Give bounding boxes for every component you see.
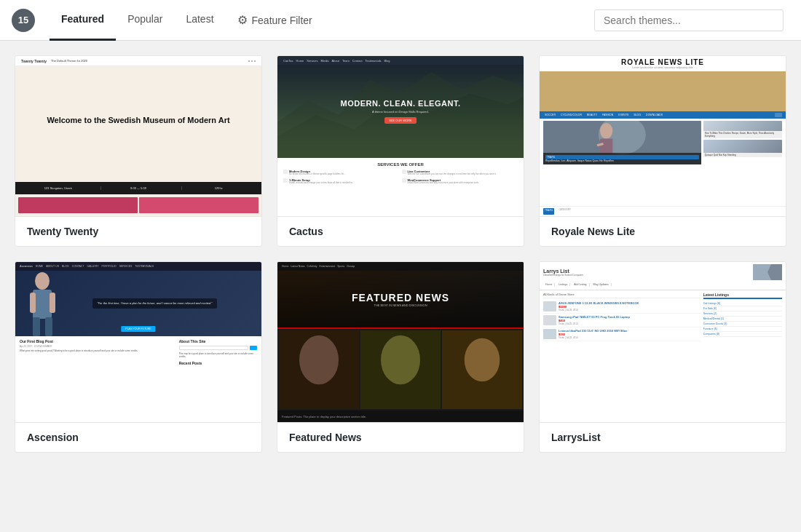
tab-popular[interactable]: Popular — [116, 0, 174, 41]
theme-screenshot-twenty-twenty: Twenty Twenty The Default Theme for 2020… — [15, 56, 261, 216]
svg-rect-13 — [600, 139, 612, 155]
theme-browser-header: 15 Featured Popular Latest ⚙ Feature Fil… — [0, 0, 801, 41]
theme-name-twenty-twenty: Twenty Twenty — [15, 216, 261, 246]
svg-point-26 — [465, 338, 500, 381]
theme-card-royale-news-lite[interactable]: ROYALE NEWS LITE Lorem ipsum dolor sit a… — [539, 55, 786, 247]
mock-nav-item: EVENTS — [617, 114, 630, 116]
mock-service-item: 1-Minute Setup Install, activate and cha… — [283, 178, 400, 185]
svg-rect-20 — [45, 317, 52, 336]
theme-card-twenty-twenty[interactable]: Twenty Twenty The Default Theme for 2020… — [15, 55, 262, 247]
themes-grid: Twenty Twenty The Default Theme for 2020… — [0, 41, 801, 467]
mock-sidebar-text: How To Make This Chicken Recipe, Easier,… — [703, 131, 782, 138]
svg-rect-18 — [50, 293, 55, 313]
mock-nav-item: Home — [543, 283, 555, 286]
mock-listing: Lenovo IdeaPad 310 15.6' NO UHD 2016 WIF… — [543, 327, 701, 341]
mock-sidebar-item: How To Make This Chicken Recipe, Easier,… — [703, 121, 782, 138]
mock-service-item: Live Customizer With the live customizer… — [402, 170, 518, 176]
mock-category-label: CATEGORY — [559, 208, 571, 215]
theme-card-featured-news[interactable]: Home Latest News Celebrity Entertainment… — [277, 261, 524, 453]
mock-nav-item: Add Listing — [572, 283, 589, 286]
mock-sidebar-item: Consumer Goods (3) — [703, 322, 782, 327]
theme-screenshot-cactus: CanTas Home Services Media About Team Co… — [277, 56, 524, 216]
mock-search — [775, 113, 782, 117]
theme-name-featured-news: Featured News — [277, 422, 524, 452]
mock-nav-item: Latest News — [291, 265, 304, 268]
mock-nav-item: BLOG — [62, 265, 69, 268]
mock-hero-subtitle: THE BEST IN NEWS AND DISCUSSION — [374, 303, 427, 307]
mock-nav-item: About — [331, 59, 339, 63]
svg-rect-9 — [762, 87, 770, 111]
mock-nav-item: Contact — [352, 59, 363, 63]
search-wrapper — [594, 9, 789, 31]
mock-nav-logo: Ascension — [20, 265, 33, 268]
mock-nav-logo: CanTas — [283, 59, 293, 63]
mock-nav-item: GALLERY — [87, 265, 98, 268]
tab-latest[interactable]: Latest — [174, 0, 225, 41]
mock-listing: Samsung iPad TABLET 65 PC Frog Track 65 … — [543, 314, 701, 327]
mock-sidebar-item: Quisque Quid Nisi Kep Standing — [703, 140, 782, 157]
tab-featured[interactable]: Featured — [50, 0, 116, 41]
svg-rect-19 — [33, 317, 40, 336]
mock-sidebar-item: For Sale (6) — [703, 306, 782, 311]
mock-nav-item: ABOUT US — [46, 265, 59, 268]
mock-hours: 9:00 — 5:00 — [100, 186, 175, 190]
mock-news-item: DON'T CALL DEMI A BAD GIRL — SHE'S JUST … — [279, 330, 359, 409]
theme-card-larrys-list[interactable]: Larrys List Classified Listings for Sunb… — [539, 261, 786, 453]
mock-nav-item: Team — [342, 59, 350, 63]
mock-listing-meta: Texas | Jul 25, 2014 — [559, 322, 701, 325]
mock-nav-item: CYCLING/COLOR — [559, 114, 583, 116]
mock-service-desc: Install, activate and change your colors… — [289, 182, 354, 185]
feature-filter-label: Feature Filter — [252, 15, 312, 26]
svg-point-12 — [600, 123, 612, 139]
mock-category-tag: TRAVEL — [543, 208, 554, 215]
mock-post-text: What goes into writing good posts? Wanti… — [20, 349, 176, 352]
mock-site-title: ROYALE NEWS LITE — [621, 58, 704, 66]
feature-filter-button[interactable]: ⚙ Feature Filter — [226, 0, 324, 41]
mock-search-box — [179, 346, 248, 350]
gear-icon: ⚙ — [237, 13, 248, 27]
mock-hero-btn: SEE OUR WORK — [384, 117, 417, 124]
svg-rect-4 — [689, 71, 786, 111]
mock-hero-btn: PLAN YOUR FUTURE — [121, 326, 155, 332]
mock-address: 123 Storgatan, Umeå — [21, 186, 95, 190]
mock-listing-meta: Texas | Jul 22, 2014 — [559, 336, 701, 339]
svg-rect-8 — [747, 84, 760, 111]
svg-rect-7 — [726, 79, 745, 111]
mock-post-meta: Apr 24, 2017 · LOVE A SUMMER — [20, 345, 176, 348]
mock-quote: "For the first time, I have a plan for t… — [92, 298, 216, 309]
mock-sidebar-item: Medical/Dental (1) — [703, 317, 782, 322]
mock-nav-item: Home — [282, 265, 288, 268]
theme-name-larrys-list: LarrysList — [540, 422, 786, 452]
mock-nav-item: Blog — [384, 59, 390, 63]
mock-price: 129 kr — [181, 186, 256, 190]
mock-sidebar-title: Latest Listings — [703, 293, 782, 299]
mock-nav-item: BEAUTY — [585, 114, 599, 116]
mock-nav-item: CONTACT — [72, 265, 84, 268]
mock-service-desc: No theme shortcodes or theme specific pa… — [289, 173, 346, 176]
theme-screenshot-ascension: Ascension HOME ABOUT US BLOG CONTACT GAL… — [15, 262, 261, 422]
mock-search-btn — [250, 346, 257, 350]
mock-nav-item: PORTFOLIO — [102, 265, 117, 268]
svg-rect-17 — [30, 293, 36, 313]
theme-screenshot-royale: ROYALE NEWS LITE Lorem ipsum dolor sit a… — [540, 56, 786, 216]
mock-listing-meta: Texas | Jul 28, 2014 — [559, 309, 701, 311]
mock-nav-item: Home — [296, 59, 304, 63]
mock-sidebar-item: Services (2) — [703, 311, 782, 317]
mock-sidebar-item: Cat Listings (8) — [703, 301, 782, 306]
theme-card-cactus[interactable]: CanTas Home Services Media About Team Co… — [277, 55, 524, 247]
theme-screenshot-larrys-list: Larrys List Classified Listings for Sunb… — [540, 262, 786, 422]
mock-nav-item: BLOG — [632, 114, 642, 116]
mock-services-title: SERVICES WE OFFER — [283, 162, 518, 167]
mock-sidebar-text: This may be a good place to introduce yo… — [179, 352, 257, 358]
mock-post-title: Our First Blog Post — [20, 339, 176, 344]
mock-nav-item: Entertainment — [319, 265, 335, 268]
search-input[interactable] — [594, 9, 784, 31]
mock-nav-item: SOCCER — [543, 114, 557, 116]
mock-service-item: WooCommerce Support Install WooCommerce … — [402, 178, 518, 185]
mock-nav-logo: Twenty Twenty — [21, 59, 47, 63]
svg-rect-6 — [710, 82, 725, 111]
theme-card-ascension[interactable]: Ascension HOME ABOUT US BLOG CONTACT GAL… — [15, 261, 262, 453]
mock-hero-subtitle: A theme focused on Design Skills Require… — [372, 110, 429, 114]
mock-nav-item: SERVICES — [119, 265, 133, 268]
mock-sidebar-title: About This Site — [179, 339, 257, 344]
